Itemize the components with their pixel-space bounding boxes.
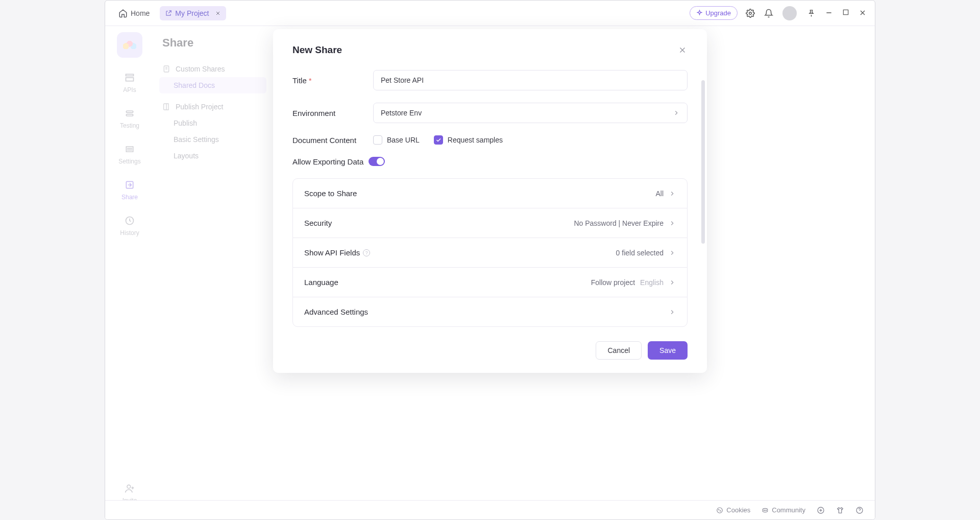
chevron-right-icon	[669, 309, 676, 316]
setting-language[interactable]: Language Follow project English	[293, 268, 687, 297]
cookie-icon	[716, 507, 723, 514]
status-bar: Cookies Community	[105, 500, 875, 519]
setting-api-fields-value: 0 field selected	[616, 249, 676, 257]
setting-language-label: Language	[304, 278, 338, 287]
invite-icon	[124, 483, 135, 494]
modal-footer: Cancel Save	[292, 341, 688, 360]
setting-security-label: Security	[304, 219, 332, 227]
nav-settings[interactable]: Settings	[118, 144, 140, 165]
svg-rect-5	[126, 114, 133, 116]
upgrade-button[interactable]: Upgrade	[690, 6, 738, 20]
window-controls	[807, 9, 867, 17]
app-logo[interactable]	[117, 32, 142, 58]
nav-share[interactable]: Share	[121, 179, 138, 201]
discord-icon	[762, 507, 769, 514]
environment-value: Petstore Env	[381, 109, 422, 117]
statusbar-add[interactable]	[817, 506, 825, 514]
book-icon	[162, 103, 170, 111]
statusbar-community[interactable]: Community	[762, 506, 805, 514]
external-link-icon	[165, 10, 172, 17]
allow-export-toggle[interactable]	[369, 157, 385, 166]
field-allow-export-row: Allow Exporting Data	[292, 157, 688, 166]
topbar: Home My Project Upgrade	[105, 1, 875, 26]
checkbox-box-checked	[434, 135, 443, 145]
cancel-button[interactable]: Cancel	[596, 341, 642, 360]
sidebar-item-basic-settings[interactable]: Basic Settings	[159, 131, 266, 148]
tab-home-label: Home	[131, 9, 150, 17]
history-icon	[124, 215, 135, 226]
sidebar-item-layouts[interactable]: Layouts	[159, 148, 266, 164]
label-environment: Environment	[292, 109, 373, 117]
svg-point-14	[766, 510, 766, 510]
setting-language-value: Follow project English	[591, 278, 676, 287]
environment-select[interactable]: Petstore Env	[373, 103, 688, 123]
doc-icon	[162, 65, 170, 73]
svg-point-12	[720, 510, 721, 511]
nav-rail: APIs Testing Settings Share History Invi…	[105, 26, 154, 519]
nav-settings-label: Settings	[118, 158, 140, 165]
svg-rect-3	[126, 78, 134, 81]
home-icon	[118, 9, 128, 18]
info-icon: ?	[363, 249, 370, 256]
field-environment-row: Environment Petstore Env	[292, 103, 688, 123]
pin-icon[interactable]	[807, 9, 816, 17]
required-star: *	[309, 76, 312, 85]
chevron-right-icon	[669, 279, 676, 286]
maximize-icon[interactable]	[842, 9, 849, 17]
nav-apis-label: APIs	[123, 86, 136, 93]
nav-history[interactable]: History	[120, 215, 139, 237]
nav-testing-label: Testing	[120, 122, 139, 129]
svg-point-13	[764, 510, 765, 510]
nav-testing[interactable]: Testing	[120, 108, 139, 129]
statusbar-cookies[interactable]: Cookies	[716, 506, 750, 514]
svg-point-0	[749, 12, 752, 14]
checkbox-base-url[interactable]: Base URL	[373, 135, 420, 145]
sidebar-group-publish-project[interactable]: Publish Project	[159, 99, 266, 115]
setting-scope[interactable]: Scope to Share All	[293, 179, 687, 208]
minimize-icon[interactable]	[825, 9, 833, 17]
svg-point-8	[127, 485, 131, 488]
tab-home[interactable]: Home	[113, 6, 155, 21]
modal-close-button[interactable]	[677, 45, 688, 55]
sidebar-group-custom-shares[interactable]: Custom Shares	[159, 61, 266, 77]
svg-point-11	[719, 509, 719, 510]
modal-scrollbar[interactable]	[701, 80, 705, 244]
modal-title: New Share	[292, 44, 342, 56]
title-input[interactable]	[373, 70, 688, 90]
tab-project[interactable]: My Project	[160, 6, 226, 20]
publish-project-label: Publish Project	[176, 103, 223, 111]
svg-rect-1	[843, 10, 848, 14]
close-icon[interactable]	[859, 9, 867, 17]
svg-point-10	[717, 507, 723, 513]
tab-close-icon[interactable]	[215, 10, 221, 16]
setting-scope-value: All	[655, 190, 676, 198]
statusbar-shirt[interactable]	[836, 506, 844, 514]
checkbox-request-samples[interactable]: Request samples	[434, 135, 503, 145]
apis-icon	[124, 72, 135, 83]
settings-group: Scope to Share All Security No Password …	[292, 178, 688, 327]
setting-advanced-label: Advanced Settings	[304, 308, 368, 316]
nav-share-label: Share	[121, 194, 138, 201]
setting-security[interactable]: Security No Password | Never Expire	[293, 208, 687, 238]
label-document-content: Document Content	[292, 136, 373, 145]
setting-scope-label: Scope to Share	[304, 189, 357, 198]
sidebar-item-publish[interactable]: Publish	[159, 115, 266, 131]
sidebar-item-shared-docs[interactable]: Shared Docs	[159, 77, 266, 93]
checkbox-box	[373, 135, 382, 145]
checkbox-base-url-label: Base URL	[387, 136, 420, 144]
avatar[interactable]	[782, 6, 797, 20]
gear-icon[interactable]	[746, 9, 755, 18]
chevron-right-icon	[669, 220, 676, 227]
label-title: Title *	[292, 76, 373, 85]
app-window: Home My Project Upgrade	[105, 0, 875, 520]
secondary-sidebar: Share Custom Shares Shared Docs Publish …	[154, 26, 272, 519]
statusbar-help[interactable]	[855, 506, 864, 514]
topbar-actions	[746, 6, 797, 20]
sparkle-icon	[696, 10, 703, 16]
bell-icon[interactable]	[764, 9, 773, 18]
setting-advanced[interactable]: Advanced Settings	[293, 297, 687, 326]
setting-api-fields[interactable]: Show API Fields ? 0 field selected	[293, 238, 687, 268]
modal-header: New Share	[292, 44, 688, 56]
save-button[interactable]: Save	[648, 341, 688, 360]
nav-apis[interactable]: APIs	[123, 72, 136, 93]
